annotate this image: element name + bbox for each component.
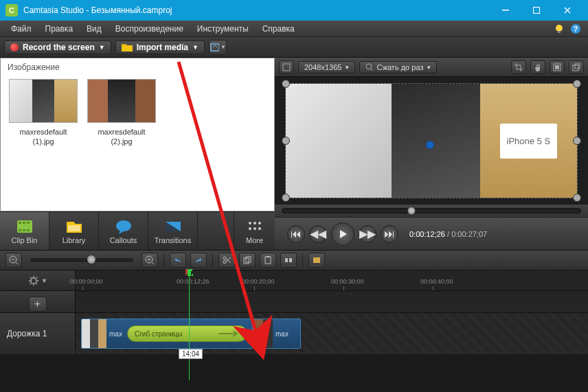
crop-handle[interactable] bbox=[573, 194, 581, 202]
magnifier-minus-icon bbox=[9, 255, 19, 265]
pan-button[interactable] bbox=[530, 60, 545, 74]
timeline-panel: ▼ 00:00:00;00 00:00:12;26 00:00:20;00 00… bbox=[0, 250, 588, 354]
copy-button[interactable] bbox=[239, 253, 256, 268]
menu-play[interactable]: Воспроизведение bbox=[109, 23, 190, 35]
play-button[interactable] bbox=[331, 222, 354, 246]
crop-handle[interactable] bbox=[282, 194, 290, 202]
arrow-right-icon bbox=[219, 330, 240, 337]
menu-bar: Файл Правка Вид Воспроизведение Инструме… bbox=[0, 21, 588, 37]
menu-file[interactable]: Файл bbox=[4, 23, 38, 35]
svg-text:?: ? bbox=[574, 25, 578, 33]
hand-icon bbox=[534, 63, 542, 71]
paste-button[interactable] bbox=[260, 253, 276, 268]
crop-handle[interactable] bbox=[282, 80, 290, 88]
tab-more[interactable]: More bbox=[234, 212, 275, 250]
transition-pill[interactable]: Сгиб страницы bbox=[127, 325, 247, 342]
preview-canvas[interactable]: iPhone 5 S bbox=[275, 77, 588, 205]
step-forward-button[interactable]: ▶▶ bbox=[359, 225, 376, 243]
menu-tools[interactable]: Инструменты bbox=[190, 23, 256, 35]
step-back-button[interactable]: ◀◀ bbox=[309, 225, 327, 243]
clip-label: max bbox=[106, 330, 125, 338]
iphone-box-label: iPhone 5 S bbox=[500, 124, 558, 159]
redo-button[interactable] bbox=[190, 253, 207, 268]
svg-rect-26 bbox=[573, 65, 578, 71]
idea-icon[interactable] bbox=[554, 23, 565, 34]
record-screen-button[interactable]: Record the screen ▼ bbox=[4, 41, 111, 54]
crop-icon bbox=[514, 63, 523, 71]
dimensions-dropdown[interactable]: 2048x1365▾ bbox=[298, 61, 355, 73]
preview-scrubber[interactable] bbox=[275, 205, 588, 217]
produce-share-button[interactable]: ▼ bbox=[209, 40, 227, 55]
timeline-track: Дорожка 1 max max Сгиб страницы 14;04 bbox=[0, 313, 588, 354]
svg-point-19 bbox=[249, 227, 251, 230]
crop-button[interactable] bbox=[511, 60, 526, 74]
clip-bin-header: Изображение bbox=[1, 58, 274, 76]
track-label[interactable]: Дорожка 1 bbox=[0, 313, 76, 354]
canvas-icon bbox=[282, 63, 291, 71]
svg-rect-13 bbox=[27, 229, 30, 231]
timeline-options[interactable]: ▼ bbox=[0, 270, 76, 290]
scrubber-thumb[interactable] bbox=[407, 207, 416, 215]
svg-point-39 bbox=[31, 278, 36, 284]
timeline-clip[interactable]: max bbox=[253, 319, 301, 349]
menu-edit[interactable]: Правка bbox=[38, 23, 80, 35]
tab-clip-bin[interactable]: Clip Bin bbox=[0, 212, 49, 250]
thumbnail-label: maxresdefault (1).jpg bbox=[9, 127, 78, 147]
slider-thumb[interactable] bbox=[87, 255, 95, 264]
timeline-ruler[interactable]: 00:00:00;00 00:00:12;26 00:00:20;00 00:0… bbox=[76, 270, 588, 290]
crop-handle[interactable] bbox=[573, 80, 581, 88]
cut-button[interactable] bbox=[218, 253, 235, 268]
svg-rect-36 bbox=[285, 258, 288, 262]
undo-button[interactable] bbox=[170, 253, 186, 268]
fullscreen-icon bbox=[553, 63, 561, 71]
tab-callouts[interactable]: Callouts bbox=[99, 212, 148, 250]
svg-rect-35 bbox=[267, 256, 269, 257]
menu-view[interactable]: Вид bbox=[80, 23, 109, 35]
record-dot-icon bbox=[10, 43, 19, 51]
zoom-out-button[interactable] bbox=[5, 253, 22, 268]
media-thumbnail[interactable]: maxresdefault (1).jpg bbox=[9, 79, 78, 147]
add-track-button[interactable]: + bbox=[29, 297, 47, 312]
scissors-icon bbox=[222, 255, 231, 265]
playhead[interactable] bbox=[189, 270, 190, 380]
shrink-to-fit-dropdown[interactable]: Сжать до раз▾ bbox=[359, 61, 437, 73]
split-button[interactable] bbox=[280, 253, 297, 268]
rotation-handle[interactable] bbox=[426, 141, 434, 149]
split-icon bbox=[284, 255, 293, 265]
svg-point-21 bbox=[258, 227, 261, 230]
preview-tool-button[interactable] bbox=[279, 60, 294, 74]
svg-rect-27 bbox=[575, 64, 580, 69]
window-close-button[interactable] bbox=[552, 0, 583, 21]
detach-button[interactable] bbox=[569, 60, 584, 74]
playback-controls: ⏮ ◀◀ ▶▶ ⏭ 0:00:12;26 / 0:00:27;07 bbox=[275, 217, 588, 250]
tab-library[interactable]: Library bbox=[49, 212, 99, 250]
tab-transitions[interactable]: Transitions bbox=[148, 212, 198, 250]
next-clip-button[interactable]: ⏭ bbox=[381, 225, 398, 243]
menu-help[interactable]: Справка bbox=[256, 23, 302, 35]
preview-panel: 2048x1365▾ Сжать до раз▾ iPhone 5 S bbox=[275, 58, 588, 250]
crop-handle[interactable] bbox=[282, 137, 290, 145]
svg-rect-8 bbox=[19, 222, 21, 224]
help-icon[interactable]: ? bbox=[570, 23, 581, 34]
crop-handle[interactable] bbox=[573, 137, 581, 145]
prev-clip-button[interactable]: ⏮ bbox=[287, 225, 305, 243]
zoom-in-button[interactable] bbox=[142, 253, 158, 268]
redo-icon bbox=[194, 255, 203, 265]
main-toolbar: Record the screen ▼ Import media ▼ ▼ bbox=[0, 37, 588, 58]
svg-point-30 bbox=[223, 257, 226, 260]
zoom-slider[interactable] bbox=[30, 258, 133, 262]
marker-button[interactable] bbox=[308, 253, 325, 268]
window-maximize-button[interactable] bbox=[521, 0, 552, 21]
callouts-icon bbox=[115, 219, 133, 234]
window-minimize-button[interactable] bbox=[490, 0, 521, 21]
folder-icon bbox=[122, 43, 133, 52]
import-media-button[interactable]: Import media ▼ bbox=[115, 41, 205, 54]
media-thumbnail[interactable]: maxresdefault (2).jpg bbox=[87, 79, 156, 147]
svg-point-20 bbox=[253, 227, 256, 230]
fullscreen-button[interactable] bbox=[550, 60, 565, 74]
track-content[interactable]: max max Сгиб страницы 14;04 bbox=[76, 313, 588, 354]
chevron-down-icon: ▼ bbox=[41, 277, 47, 284]
clip-bin-panel: Изображение maxresdefault (1).jpg bbox=[0, 58, 275, 211]
svg-rect-1 bbox=[533, 8, 539, 14]
library-icon bbox=[65, 219, 83, 234]
